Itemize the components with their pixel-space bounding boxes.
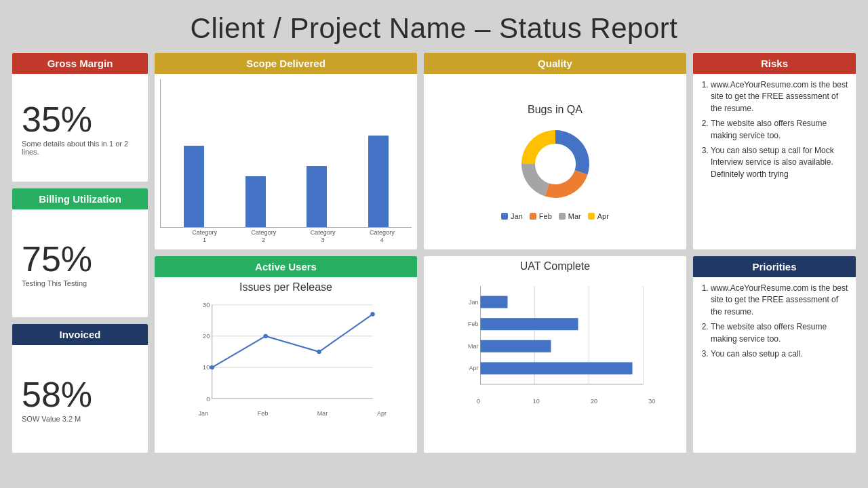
- legend-item: Feb: [530, 212, 552, 220]
- uat-complete-card: UAT Complete JanFebMarApr 0102030: [424, 256, 686, 453]
- hbar-y-label: Jan: [469, 299, 479, 306]
- legend-label: Mar: [568, 212, 581, 220]
- billing-utilization-value: 75%: [22, 241, 138, 277]
- risks-header: Risks: [693, 53, 856, 74]
- invoiced-header: Invoiced: [12, 324, 148, 345]
- bar-x-label: Category3: [311, 229, 336, 244]
- invoiced-card: Invoiced 58% SOW Value 3.2 M: [12, 324, 148, 453]
- donut-legend: JanFebMarApr: [501, 212, 609, 220]
- bar: [245, 176, 266, 227]
- billing-utilization-body: 75% Testing This Testing: [12, 209, 148, 317]
- donut-segment: [521, 164, 549, 197]
- svg-text:10: 10: [203, 363, 210, 371]
- bar-x-label: Category2: [252, 229, 277, 244]
- dashboard: Gross Margin 35% Some details about this…: [12, 53, 856, 453]
- line-x-label: Mar: [293, 410, 353, 417]
- hbar-x-tick: 30: [623, 398, 681, 405]
- line-chart-wrap: 0102030 JanFebMarApr: [160, 298, 412, 450]
- page-title: Client / Project Name – Status Report: [12, 7, 856, 53]
- hbar-x-tick: 20: [566, 398, 623, 405]
- scope-delivered-header: Scope Delivered: [155, 53, 417, 74]
- hbar-y-label: Feb: [468, 321, 479, 327]
- gross-margin-card: Gross Margin 35% Some details about this…: [12, 53, 148, 182]
- hbar-rect: [481, 296, 508, 308]
- line-chart-dot: [263, 334, 267, 338]
- donut-segment: [555, 130, 589, 174]
- hbar-x-tick: 0: [450, 398, 507, 405]
- right-column: Risks www.AceYourResume.com is the best …: [693, 53, 856, 453]
- svg-text:30: 30: [203, 301, 210, 308]
- risks-body: www.AceYourResume.com is the best site t…: [693, 74, 856, 189]
- bar: [307, 166, 327, 227]
- bar: [368, 136, 389, 227]
- active-users-card: Active Users Issues per Release 0102030 …: [155, 256, 417, 453]
- legend-color: [530, 213, 536, 220]
- gross-margin-body: 35% Some details about this in 1 or 2 li…: [12, 74, 148, 182]
- line-x-label: Feb: [233, 410, 293, 417]
- legend-color: [559, 213, 566, 220]
- donut-svg: [501, 120, 610, 208]
- line-chart-svg: 0102030: [160, 298, 412, 406]
- hbar-rect: [481, 340, 551, 352]
- hbar-y-label: Apr: [469, 365, 478, 371]
- billing-utilization-header: Billing Utilization: [12, 188, 148, 209]
- billing-utilization-card: Billing Utilization 75% Testing This Tes…: [12, 188, 148, 317]
- legend-item: Jan: [501, 212, 523, 220]
- hbar-rect: [481, 318, 578, 330]
- priorities-card: Priorities www.AceYourResume.com is the …: [693, 256, 856, 453]
- page: Client / Project Name – Status Report Gr…: [0, 0, 868, 488]
- gross-margin-value: 35%: [22, 102, 138, 137]
- hbar-y-label: Mar: [468, 343, 479, 350]
- line-x-label: Apr: [352, 410, 412, 417]
- bar-chart-area: 543210: [160, 79, 412, 228]
- hbar-rect: [481, 362, 633, 374]
- bar-group: [245, 176, 266, 227]
- priorities-body: www.AceYourResume.com is the best site t…: [693, 277, 856, 369]
- line-x-label: Jan: [174, 410, 233, 417]
- hbar-chart-svg: JanFebMarApr: [429, 279, 681, 394]
- risk-item: The website also offers Resume making se…: [711, 118, 849, 142]
- bar: [184, 146, 204, 227]
- scope-delivered-body: 543210 Category1Category2Category3Catego…: [155, 74, 417, 249]
- quality-body: Bugs in QA JanFebMarApr: [424, 74, 686, 249]
- legend-item: Mar: [559, 212, 581, 220]
- priority-item: www.AceYourResume.com is the best site t…: [711, 283, 849, 318]
- legend-color: [501, 213, 508, 220]
- active-users-body: Issues per Release 0102030 JanFebMarApr: [155, 277, 417, 453]
- billing-utilization-detail: Testing This Testing: [22, 279, 138, 287]
- bar-group: [184, 146, 204, 227]
- line-chart-dot: [210, 365, 214, 369]
- uat-body: UAT Complete JanFebMarApr 0102030: [424, 256, 686, 453]
- issues-per-release-title: Issues per Release: [239, 281, 332, 293]
- bar-x-label: Category1: [192, 229, 217, 244]
- line-chart-dot: [370, 312, 374, 316]
- donut-segment: [545, 170, 587, 198]
- priority-item: The website also offers Resume making se…: [711, 321, 849, 345]
- priorities-header: Priorities: [693, 256, 856, 277]
- hbar-x-tick: 10: [507, 398, 565, 405]
- quality-card: Quality Bugs in QA JanFebMarApr: [424, 53, 686, 249]
- quality-header: Quality: [424, 53, 686, 74]
- svg-text:0: 0: [206, 395, 210, 403]
- uat-title: UAT Complete: [520, 260, 590, 272]
- legend-color: [588, 213, 595, 220]
- invoiced-detail: SOW Value 3.2 M: [22, 415, 138, 423]
- risk-item: You can also setup a call for Mock Inter…: [711, 145, 849, 180]
- risks-card: Risks www.AceYourResume.com is the best …: [693, 53, 856, 249]
- gross-margin-detail: Some details about this in 1 or 2 lines.: [22, 140, 138, 156]
- donut-container: Bugs in QA JanFebMarApr: [501, 104, 610, 220]
- risk-item: www.AceYourResume.com is the best site t…: [711, 79, 849, 115]
- active-users-header: Active Users: [155, 256, 417, 277]
- hbar-x-labels: 0102030: [429, 398, 681, 405]
- bar-group: [368, 136, 389, 227]
- line-chart-dot: [317, 350, 321, 354]
- invoiced-value: 58%: [22, 377, 138, 412]
- scope-delivered-card: Scope Delivered 543210 Category1Category…: [155, 53, 417, 249]
- donut-segment: [521, 130, 555, 164]
- priority-item: You can also setup a call.: [711, 348, 849, 360]
- bar-group: [307, 166, 327, 227]
- bugs-in-qa-title: Bugs in QA: [528, 104, 583, 116]
- x-axis-labels: Category1Category2Category3Category4: [160, 229, 412, 244]
- line-x-labels: JanFebMarApr: [160, 410, 412, 417]
- legend-label: Feb: [539, 212, 552, 220]
